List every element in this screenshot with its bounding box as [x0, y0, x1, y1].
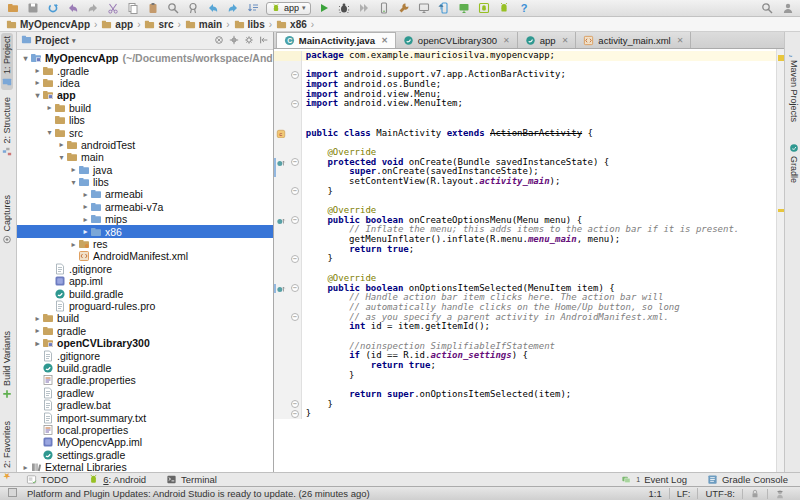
tree-item-res[interactable]: ▸res	[17, 238, 273, 250]
toolwindow-button-terminal[interactable]: Terminal	[166, 474, 217, 485]
tree-arrow-icon[interactable]: ▸	[69, 165, 78, 174]
editor-gutter[interactable]	[274, 177, 302, 187]
tree-arrow-icon[interactable]: ▾	[57, 153, 66, 162]
tree-item-myopencvapp[interactable]: ▾MyOpencvApp(~/Documents/workspace/And	[17, 52, 273, 64]
fold-marker-icon[interactable]: −	[291, 255, 299, 263]
tree-arrow-icon[interactable]: ▾	[45, 128, 54, 137]
tree-arrow-icon[interactable]: ▸	[57, 140, 66, 149]
toolwindow-tab-maven-projects[interactable]: mMaven Projects	[788, 44, 800, 125]
close-icon[interactable]: ✕	[677, 36, 684, 45]
tree-item-armeabi-v7a[interactable]: ▸armeabi-v7a	[17, 201, 273, 213]
tree-item-androidmanifest-xml[interactable]: AndroidManifest.xml	[17, 250, 273, 262]
paste-icon[interactable]	[146, 2, 159, 15]
breadcrumb-item-x86[interactable]: x86	[276, 19, 307, 30]
code-line[interactable]: cpublic class MainActivity extends Actio…	[274, 129, 776, 139]
tree-item-gradle-properties[interactable]: gradle.properties	[17, 374, 273, 386]
android-icon[interactable]	[498, 2, 511, 15]
tree-arrow-icon[interactable]: ▾	[33, 91, 42, 100]
hide-panel-icon[interactable]	[259, 35, 269, 47]
code-line[interactable]: return true;	[274, 245, 776, 255]
encoding-selector[interactable]: UTF-8:	[697, 488, 742, 499]
fold-marker-icon[interactable]: −	[291, 284, 299, 292]
redo-icon[interactable]	[86, 2, 99, 15]
copy-icon[interactable]	[126, 2, 139, 15]
editor-tab-mainactivity-java[interactable]: CMainActivity.java✕	[276, 32, 396, 48]
tree-item-proguard-rules-pro[interactable]: proguard-rules.pro	[17, 300, 273, 312]
tree-arrow-icon[interactable]: ▸	[21, 463, 30, 472]
replace-icon[interactable]	[186, 2, 199, 15]
breadcrumb-item-src[interactable]: src	[144, 19, 173, 30]
tree-arrow-icon[interactable]: ▸	[33, 78, 42, 87]
fold-marker-icon[interactable]: −	[291, 313, 299, 321]
code-line[interactable]: −}	[274, 409, 776, 419]
editor-tab-activity-main-xml[interactable]: activity_main.xml✕	[576, 32, 691, 48]
line-ending-selector[interactable]: LF:	[669, 488, 698, 499]
editor-gutter[interactable]	[274, 264, 302, 274]
tree-item-opencvlibrary300[interactable]: ▸openCVLibrary300	[17, 337, 273, 349]
tree-item-src[interactable]: ▾src	[17, 126, 273, 138]
code-line[interactable]: package com.example.mauriciosilva.myopen…	[274, 51, 776, 61]
fold-marker-icon[interactable]: −	[291, 71, 299, 79]
search-icon[interactable]	[166, 2, 179, 15]
sync-project-icon[interactable]	[438, 2, 451, 15]
fold-marker-icon[interactable]: −	[291, 410, 299, 418]
error-stripe[interactable]	[776, 49, 784, 472]
editor-gutter[interactable]	[274, 138, 302, 148]
tree-arrow-icon[interactable]: ▸	[33, 339, 42, 348]
tree-item-myopencvapp-iml[interactable]: MyOpencvApp.iml	[17, 436, 273, 448]
undo-icon[interactable]	[66, 2, 79, 15]
breadcrumb-item-main[interactable]: main	[185, 19, 222, 30]
tree-arrow-icon[interactable]: ▸	[81, 227, 90, 236]
editor-gutter[interactable]: −	[274, 187, 302, 197]
code-area[interactable]: package com.example.mauriciosilva.myopen…	[274, 49, 784, 472]
toolwindow-button--android[interactable]: 6: Android	[88, 474, 146, 485]
project-panel-title[interactable]: Project	[35, 35, 69, 46]
editor-gutter[interactable]	[274, 167, 302, 177]
tree-item--idea[interactable]: ▸.idea	[17, 77, 273, 89]
tree-item--gitignore[interactable]: .gitignore	[17, 349, 273, 361]
toolwindow-tab-2-structure[interactable]: 2: Structure	[1, 94, 13, 160]
settings-circle-icon[interactable]	[214, 35, 224, 47]
code-line[interactable]	[274, 109, 776, 119]
editor-gutter[interactable]: −	[274, 400, 302, 410]
code-line[interactable]: −import android.view.MenuItem;	[274, 99, 776, 109]
chevron-down-icon[interactable]: ▾	[72, 37, 76, 45]
editor-gutter[interactable]	[274, 361, 302, 371]
editor-gutter[interactable]: −	[274, 254, 302, 264]
editor-gutter[interactable]	[274, 225, 302, 235]
tree-item-x86[interactable]: ▸x86	[17, 225, 273, 237]
tree-arrow-icon[interactable]: ▸	[45, 103, 54, 112]
save-icon[interactable]	[26, 2, 39, 15]
tree-item-build[interactable]: ▸build	[17, 312, 273, 324]
caret-position[interactable]: 1:1	[641, 488, 668, 499]
run-button[interactable]	[318, 2, 331, 15]
code-line[interactable]: − }	[274, 400, 776, 410]
editor-gutter[interactable]	[274, 342, 302, 352]
editor-gutter[interactable]: c	[274, 129, 302, 139]
editor-gutter[interactable]	[274, 90, 302, 100]
tree-item-gradlew[interactable]: gradlew	[17, 387, 273, 399]
tree-arrow-icon[interactable]: ▾	[21, 54, 30, 63]
tree-item-build-gradle[interactable]: build.gradle	[17, 287, 273, 299]
toolwindow-tab-gradle[interactable]: Gradle	[788, 140, 800, 186]
editor-tab-opencvlibrary300[interactable]: openCVLibrary300✕	[396, 32, 518, 48]
editor-gutter[interactable]	[274, 196, 302, 206]
tree-arrow-icon[interactable]: ▸	[81, 202, 90, 211]
editor-gutter[interactable]	[274, 322, 302, 332]
editor-gutter[interactable]	[274, 390, 302, 400]
tree-arrow-icon[interactable]: ▸	[33, 314, 42, 323]
tree-item-external-libraries[interactable]: ▸External Libraries	[17, 461, 273, 472]
tree-item--gradle[interactable]: ▸.gradle	[17, 64, 273, 76]
tree-item--gitignore[interactable]: .gitignore	[17, 263, 273, 275]
tree-item-mips[interactable]: ▸mips	[17, 213, 273, 225]
sdk-manager-icon[interactable]	[478, 2, 491, 15]
editor-gutter[interactable]: −	[274, 409, 302, 419]
close-icon[interactable]: ✕	[562, 36, 569, 45]
code-line[interactable]: − }	[274, 254, 776, 264]
fold-marker-icon[interactable]: −	[291, 216, 299, 224]
sort-icon[interactable]	[246, 2, 259, 15]
tree-arrow-icon[interactable]: ▸	[33, 326, 42, 335]
sync-icon[interactable]	[46, 2, 59, 15]
tree-arrow-icon[interactable]: ▾	[69, 178, 78, 187]
tree-item-main[interactable]: ▾main	[17, 151, 273, 163]
